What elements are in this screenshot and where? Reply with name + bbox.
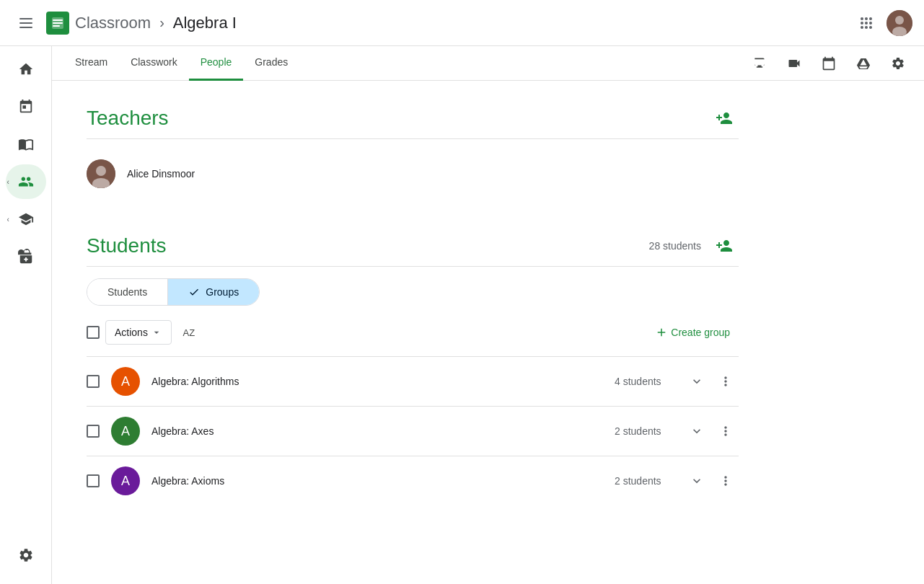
group-algorithms-initial: A xyxy=(121,374,130,389)
select-all-checkbox[interactable] xyxy=(87,326,100,339)
group-algorithms-expand-button[interactable] xyxy=(684,368,710,394)
create-group-label: Create group xyxy=(671,327,730,338)
teacher-avatar xyxy=(87,159,115,188)
svg-point-4 xyxy=(861,17,863,20)
students-toggle-button[interactable]: Students xyxy=(87,279,168,305)
group-algorithms-checkbox[interactable] xyxy=(87,375,100,388)
svg-point-10 xyxy=(861,26,863,29)
teachers-section-header: Teachers xyxy=(87,104,739,133)
tab-stream[interactable]: Stream xyxy=(63,46,119,81)
svg-point-14 xyxy=(895,16,904,25)
sidebar-item-books[interactable] xyxy=(6,127,46,162)
sidebar-item-people[interactable]: ‹ xyxy=(6,164,46,199)
sidebar-settings-wrapper xyxy=(6,538,46,563)
topbar-right xyxy=(852,9,912,37)
course-name: Algebra I xyxy=(173,14,237,32)
groups-toggle-button[interactable]: Groups xyxy=(168,279,259,305)
students-section: Students 28 students Students Groups xyxy=(87,231,739,505)
students-title: Students xyxy=(87,234,167,257)
students-header-right: 28 students xyxy=(649,231,739,260)
actions-label: Actions xyxy=(115,327,148,338)
google-apps-button[interactable] xyxy=(852,9,881,37)
app-logo xyxy=(46,12,69,35)
svg-rect-2 xyxy=(19,27,32,28)
svg-point-8 xyxy=(865,22,868,25)
tab-grades[interactable]: Grades xyxy=(243,46,299,81)
svg-point-9 xyxy=(869,22,872,25)
settings-button[interactable] xyxy=(884,49,912,78)
add-teacher-button[interactable] xyxy=(710,104,739,133)
group-axes-actions xyxy=(684,418,739,444)
teachers-title: Teachers xyxy=(87,107,169,130)
svg-point-11 xyxy=(865,26,868,29)
svg-point-7 xyxy=(861,22,863,25)
expand-arrow-grad: ‹ xyxy=(7,216,9,224)
breadcrumb-separator: › xyxy=(159,14,164,31)
topbar-left: Classroom › Algebra I xyxy=(12,9,852,37)
user-avatar[interactable] xyxy=(886,10,912,36)
group-axioms-checkbox[interactable] xyxy=(87,474,100,487)
group-axes-expand-button[interactable] xyxy=(684,418,710,444)
sidebar-item-calendar[interactable] xyxy=(6,89,46,124)
group-axioms-icon: A xyxy=(111,466,140,495)
svg-point-5 xyxy=(865,17,868,20)
group-algorithms-name: Algebra: Algorithms xyxy=(151,376,603,387)
calendar-button[interactable] xyxy=(814,49,843,78)
teachers-section: Teachers Alice Dinsmoor xyxy=(87,104,739,197)
teacher-row: Alice Dinsmoor xyxy=(87,151,739,197)
create-group-button[interactable]: Create group xyxy=(646,320,739,345)
group-axioms-name: Algebra: Axioms xyxy=(151,475,603,487)
sidebar-item-home[interactable] xyxy=(6,52,46,87)
teacher-name: Alice Dinsmoor xyxy=(127,168,195,180)
group-axioms-actions xyxy=(684,468,739,494)
page-content: Teachers Alice Dinsmoor xyxy=(52,81,773,563)
add-student-button[interactable] xyxy=(710,231,739,260)
main-content: Stream Classwork People Grades xyxy=(52,46,924,563)
actions-dropdown[interactable]: Actions xyxy=(105,320,172,345)
avatar-image xyxy=(886,10,912,36)
tabs-actions xyxy=(745,49,912,78)
expand-arrow: ‹ xyxy=(7,178,9,186)
topbar: Classroom › Algebra I xyxy=(0,0,924,46)
app-name: Classroom xyxy=(75,14,151,32)
main-layout: ‹ ‹ Stream Classwork People Grades xyxy=(0,46,924,563)
group-axes-initial: A xyxy=(121,424,130,439)
group-axes-icon: A xyxy=(111,417,140,446)
drive-button[interactable] xyxy=(849,49,878,78)
group-algorithms-count: 4 students xyxy=(615,376,672,387)
group-axes-name: Algebra: Axes xyxy=(151,425,603,437)
group-axioms-more-button[interactable] xyxy=(713,468,739,494)
group-axioms-count: 2 students xyxy=(615,475,672,487)
svg-point-12 xyxy=(869,26,872,29)
tab-people[interactable]: People xyxy=(189,46,244,81)
group-algorithms-icon: A xyxy=(111,367,140,396)
group-algorithms-actions xyxy=(684,368,739,394)
meet-button[interactable] xyxy=(780,49,809,78)
group-axes-count: 2 students xyxy=(615,425,672,437)
students-count: 28 students xyxy=(649,240,701,252)
sidebar-item-archive[interactable] xyxy=(6,239,46,274)
students-divider xyxy=(87,266,739,267)
students-section-header: Students 28 students xyxy=(87,231,739,260)
sidebar-item-graduation[interactable]: ‹ xyxy=(6,202,46,236)
svg-point-17 xyxy=(96,166,106,176)
groups-toolbar: Actions AZ Create group xyxy=(87,320,739,345)
group-row-axes: A Algebra: Axes 2 students xyxy=(87,406,739,456)
tab-classwork[interactable]: Classwork xyxy=(119,46,189,81)
sort-label: AZ xyxy=(183,327,195,338)
group-axes-checkbox[interactable] xyxy=(87,425,100,438)
group-axioms-expand-button[interactable] xyxy=(684,468,710,494)
present-button[interactable] xyxy=(745,49,774,78)
sort-az-button[interactable]: AZ xyxy=(177,321,201,344)
group-row-axioms: A Algebra: Axioms 2 students xyxy=(87,456,739,505)
sidebar: ‹ ‹ xyxy=(0,46,52,563)
group-algorithms-more-button[interactable] xyxy=(713,368,739,394)
group-axioms-initial: A xyxy=(121,474,130,489)
view-toggle: Students Groups xyxy=(87,278,260,306)
sidebar-item-settings[interactable] xyxy=(6,538,46,563)
hamburger-menu-button[interactable] xyxy=(12,9,40,37)
group-axes-more-button[interactable] xyxy=(713,418,739,444)
group-row-algorithms: A Algebra: Algorithms 4 students xyxy=(87,356,739,406)
groups-list: A Algebra: Algorithms 4 students xyxy=(87,356,739,505)
svg-rect-0 xyxy=(19,18,32,19)
